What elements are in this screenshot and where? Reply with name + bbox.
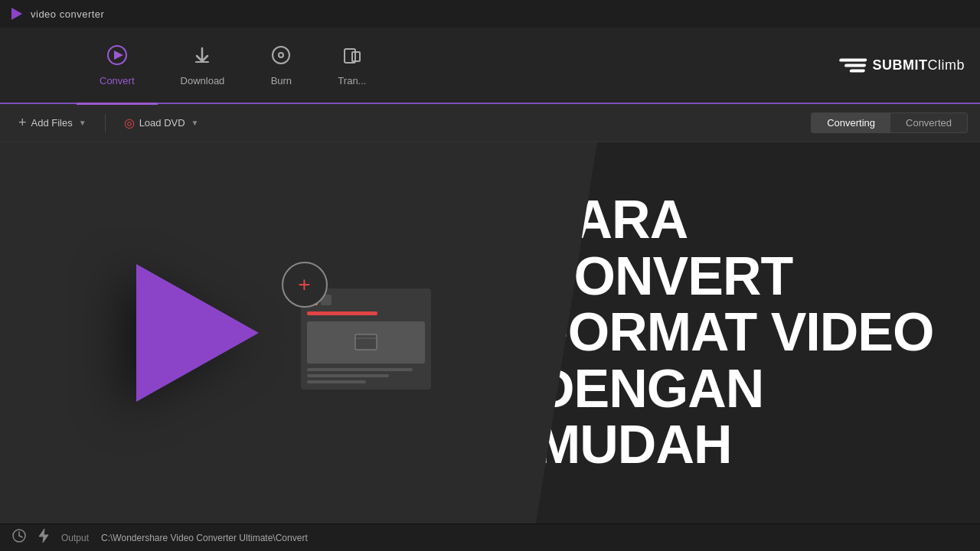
promo-text: CARA CONVERT FORMAT VIDEO DENGAN MUDAH	[536, 192, 949, 474]
tab-converted[interactable]: Converted	[890, 113, 967, 132]
dvd-icon: ◎	[124, 116, 135, 130]
brand-logo-lines	[838, 58, 867, 72]
titlebar: video converter	[0, 0, 980, 28]
load-dvd-dropdown-icon: ▼	[191, 119, 199, 127]
file-window	[301, 289, 431, 390]
file-line-1	[307, 368, 413, 371]
app-title: video converter	[31, 8, 104, 20]
svg-rect-3	[195, 61, 209, 63]
svg-point-5	[279, 53, 283, 57]
burn-icon	[270, 44, 292, 70]
nav-label-convert: Convert	[100, 75, 135, 86]
nav-label-burn: Burn	[271, 75, 292, 86]
file-line-2	[307, 374, 390, 377]
right-panel: CARA CONVERT FORMAT VIDEO DENGAN MUDAH	[536, 142, 980, 523]
convert-icon	[106, 44, 128, 70]
promo-line2: FORMAT VIDEO	[536, 305, 949, 361]
svg-rect-8	[355, 334, 377, 350]
tab-converting[interactable]: Converting	[812, 113, 890, 132]
output-label: Output	[61, 533, 89, 543]
download-icon	[191, 44, 213, 70]
clock-icon	[12, 529, 26, 546]
add-files-button[interactable]: + Add Files ▼	[12, 112, 93, 134]
transfer-icon	[341, 44, 363, 70]
navbar: Convert Download Burn	[0, 28, 980, 104]
svg-marker-13	[39, 529, 48, 543]
promo-line1: CARA CONVERT	[536, 192, 949, 305]
app-logo-icon	[9, 6, 24, 21]
toolbar-divider	[105, 114, 106, 132]
load-dvd-label: Load DVD	[139, 117, 185, 129]
svg-marker-2	[114, 51, 123, 60]
tab-group: Converting Converted	[811, 112, 968, 133]
svg-point-4	[273, 47, 289, 64]
add-files-dropdown-icon: ▼	[79, 119, 87, 127]
brand-name: SUBMITClimb	[872, 57, 965, 73]
output-path: C:\Wondershare Video Converter Ultimate\…	[101, 533, 308, 543]
left-content: +	[0, 142, 551, 523]
play-triangle-shadow	[6, 204, 129, 363]
brand-logo: SUBMITClimb	[838, 57, 965, 73]
logo-line-2	[844, 64, 867, 67]
file-window-lines	[307, 368, 425, 383]
svg-marker-0	[11, 8, 22, 20]
nav-item-burn[interactable]: Burn	[247, 35, 315, 96]
add-circle-icon: +	[282, 262, 328, 308]
file-line-3	[307, 380, 366, 383]
svg-line-12	[19, 536, 22, 537]
file-window-bar	[307, 311, 377, 315]
main-content: CARA CONVERT FORMAT VIDEO DENGAN MUDAH +	[0, 142, 980, 523]
logo-line-3	[850, 69, 866, 72]
nav-item-convert[interactable]: Convert	[77, 35, 158, 96]
play-triangle	[136, 264, 259, 402]
nav-item-download[interactable]: Download	[158, 35, 248, 96]
nav-label-download: Download	[181, 75, 225, 86]
play-icon-container	[121, 264, 259, 402]
promo-line3: DENGAN MUDAH	[536, 361, 949, 474]
add-illustration: +	[289, 269, 431, 390]
load-dvd-button[interactable]: ◎ Load DVD ▼	[118, 112, 205, 133]
file-window-thumb	[307, 321, 425, 364]
toolbar: + Add Files ▼ ◎ Load DVD ▼ Converting Co…	[0, 104, 980, 142]
nav-items: Convert Download Burn	[77, 35, 389, 96]
bolt-icon	[38, 528, 49, 547]
nav-item-transfer[interactable]: Tran...	[315, 35, 389, 96]
logo-line-1	[839, 58, 867, 61]
add-files-label: Add Files	[31, 117, 73, 129]
plus-icon: +	[18, 115, 27, 131]
nav-label-transfer: Tran...	[338, 75, 366, 86]
statusbar: Output C:\Wondershare Video Converter Ul…	[0, 523, 980, 551]
